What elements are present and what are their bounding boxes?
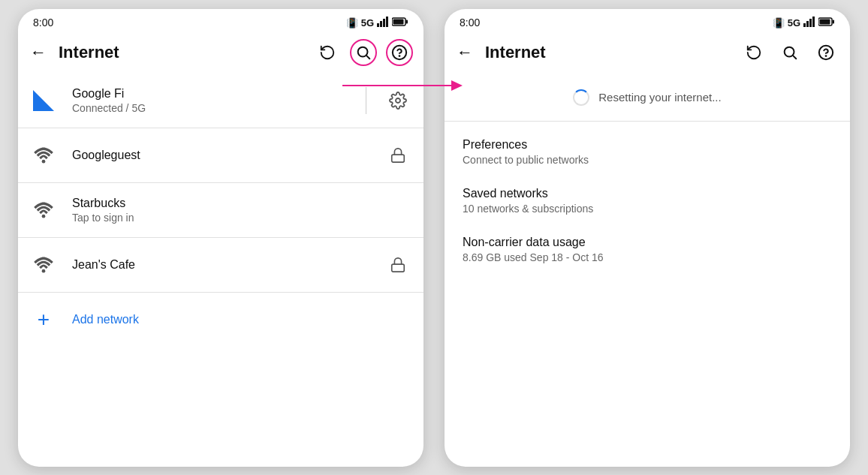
svg-rect-21 <box>809 19 812 27</box>
saved-networks-title: Saved networks <box>463 187 832 200</box>
wifi-icon-googleguest <box>30 142 57 169</box>
back-button-left[interactable]: ← <box>24 37 53 68</box>
googleguest-text: Googleguest <box>72 149 369 162</box>
refresh-button-right[interactable] <box>739 38 769 68</box>
data-usage-title: Non-carrier data usage <box>463 236 832 249</box>
svg-rect-6 <box>393 19 404 24</box>
svg-rect-19 <box>803 23 806 27</box>
svg-rect-3 <box>386 17 388 27</box>
reset-text: Resetting your internet... <box>598 91 721 104</box>
svg-point-12 <box>42 159 46 163</box>
jeanscafe-text: Jean's Cafe <box>72 258 369 272</box>
lock-icon-jeanscafe <box>384 251 411 278</box>
status-icons-right: 📳 5G <box>773 17 835 29</box>
svg-line-27 <box>793 56 796 59</box>
connected-network-text: Google Fi Connected / 5G <box>72 87 348 114</box>
svg-rect-24 <box>833 20 835 23</box>
lock-icon-googleguest <box>384 142 411 169</box>
starbucks-sub: Tap to sign in <box>72 212 411 224</box>
phones-container: 8:00 📳 5G <box>18 9 850 467</box>
vibrate-icon: 📳 <box>346 17 358 29</box>
refresh-button-left[interactable] <box>312 38 342 68</box>
battery-icon-right <box>818 17 835 29</box>
status-bar-right: 8:00 📳 5G <box>445 9 850 34</box>
svg-point-15 <box>42 269 46 272</box>
vibrate-icon-right: 📳 <box>773 17 785 29</box>
app-bar-right: ← Internet <box>445 34 850 74</box>
reset-container: Resetting your internet... <box>445 74 850 122</box>
app-bar-left: ← Internet <box>18 34 423 74</box>
signal-bars-icon <box>377 17 389 29</box>
connected-network-icon <box>30 87 57 114</box>
add-network-item[interactable]: + Add network <box>18 293 423 347</box>
signal-label-left: 5G <box>361 17 374 29</box>
svg-rect-25 <box>820 19 830 24</box>
list-item[interactable]: Googleguest <box>18 128 423 182</box>
svg-rect-0 <box>377 23 379 27</box>
connected-network-name: Google Fi <box>72 87 348 101</box>
add-network-icon: + <box>30 306 57 333</box>
data-usage-sub: 8.69 GB used Sep 18 - Oct 16 <box>463 251 832 263</box>
svg-rect-20 <box>806 21 809 27</box>
status-icons-left: 📳 5G <box>346 17 408 29</box>
time-left: 8:00 <box>33 17 53 29</box>
wifi-icon-jeanscafe <box>30 251 57 278</box>
signal-bars-icon-right <box>803 17 815 29</box>
list-item[interactable]: Starbucks Tap to sign in <box>18 183 423 237</box>
saved-networks-item[interactable]: Saved networks 10 networks & subscriptio… <box>445 176 850 225</box>
svg-marker-18 <box>451 80 463 91</box>
page-title-left: Internet <box>59 43 306 62</box>
saved-networks-sub: 10 networks & subscriptions <box>463 203 832 215</box>
svg-line-8 <box>366 56 369 59</box>
svg-point-14 <box>42 214 46 218</box>
help-button-right[interactable] <box>811 38 841 68</box>
battery-icon-left <box>392 17 408 29</box>
search-button-right[interactable] <box>775 38 805 68</box>
svg-rect-13 <box>392 155 405 162</box>
starbucks-text: Starbucks Tap to sign in <box>72 197 411 224</box>
preferences-title: Preferences <box>463 138 832 152</box>
svg-rect-2 <box>383 19 385 27</box>
svg-point-11 <box>396 98 400 103</box>
time-right: 8:00 <box>460 17 480 29</box>
wifi-icon-starbucks <box>30 197 57 224</box>
status-bar-left: 8:00 📳 5G <box>18 9 423 34</box>
help-button-left[interactable] <box>384 38 414 68</box>
network-list: Googleguest <box>18 128 423 467</box>
svg-rect-1 <box>380 21 382 27</box>
search-button-left[interactable] <box>348 38 378 68</box>
connected-network-status: Connected / 5G <box>72 102 348 114</box>
preferences-sub: Connect to public networks <box>463 154 832 166</box>
right-phone: 8:00 📳 5G <box>445 9 850 467</box>
svg-rect-22 <box>812 17 815 27</box>
preferences-item[interactable]: Preferences Connect to public networks <box>445 128 850 176</box>
page-title-right: Internet <box>485 43 733 62</box>
svg-rect-5 <box>406 20 408 23</box>
signal-label-right: 5G <box>788 17 800 29</box>
googleguest-name: Googleguest <box>72 149 369 162</box>
back-button-right[interactable]: ← <box>451 37 479 68</box>
list-item[interactable]: Jean's Cafe <box>18 238 423 292</box>
menu-section: Preferences Connect to public networks S… <box>445 122 850 280</box>
svg-rect-16 <box>392 264 405 272</box>
transition-arrow <box>342 75 463 96</box>
data-usage-item[interactable]: Non-carrier data usage 8.69 GB used Sep … <box>445 225 850 274</box>
add-network-label: Add network <box>72 313 139 326</box>
jeanscafe-name: Jean's Cafe <box>72 258 369 272</box>
loading-spinner <box>573 89 589 106</box>
starbucks-name: Starbucks <box>72 197 411 210</box>
